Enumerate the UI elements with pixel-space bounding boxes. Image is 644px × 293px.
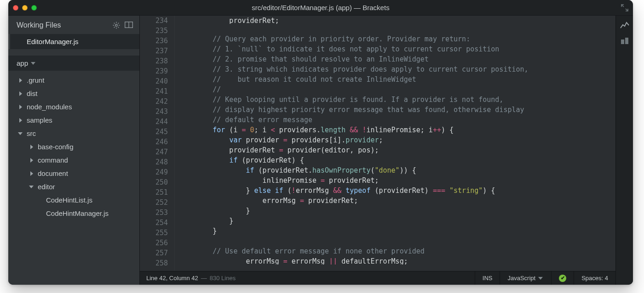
code-line[interactable]: // Use default error message if none oth… bbox=[179, 246, 615, 256]
line-number[interactable]: 255 bbox=[140, 228, 168, 238]
line-number[interactable]: 242 bbox=[140, 96, 168, 107]
line-number[interactable]: 239 bbox=[140, 66, 168, 76]
code-line[interactable]: // but reason it could not create Inline… bbox=[179, 74, 615, 85]
code-line[interactable]: } bbox=[179, 216, 615, 226]
tree-folder[interactable]: src bbox=[8, 127, 139, 140]
caret-down-icon bbox=[18, 132, 23, 135]
working-file-name: EditorManager.js bbox=[27, 38, 79, 45]
lint-status[interactable]: ✔ bbox=[551, 271, 574, 285]
line-number[interactable]: 257 bbox=[140, 248, 168, 258]
caret-down-icon bbox=[29, 186, 34, 188]
line-number[interactable]: 247 bbox=[140, 147, 168, 157]
caret-right-icon bbox=[30, 171, 33, 176]
svg-point-0 bbox=[115, 24, 117, 26]
code-line[interactable]: inlinePromise = providerRet; bbox=[179, 175, 615, 186]
code-line[interactable]: // 1. `null` to indicate it does not app… bbox=[179, 44, 615, 54]
project-dropdown[interactable]: app bbox=[8, 56, 139, 71]
code-line[interactable]: if (providerRet) { bbox=[179, 155, 615, 165]
code-line[interactable]: errorMsg = errorMsg || defaultErrorMsg; bbox=[179, 256, 615, 265]
line-number[interactable]: 237 bbox=[140, 46, 168, 56]
code-editor[interactable]: 2342352362372382392402412422432442452462… bbox=[140, 16, 615, 271]
line-number[interactable]: 249 bbox=[140, 167, 168, 177]
tree-folder[interactable]: editor bbox=[8, 180, 139, 193]
minimize-window-button[interactable] bbox=[22, 5, 28, 11]
code-line[interactable]: // default error message bbox=[179, 115, 615, 125]
line-number[interactable]: 253 bbox=[140, 208, 168, 218]
code-line[interactable]: // 3. string which indicates provider do… bbox=[179, 64, 615, 74]
caret-right-icon bbox=[30, 158, 33, 163]
insert-mode-toggle[interactable]: INS bbox=[475, 271, 500, 285]
line-number[interactable]: 245 bbox=[140, 127, 168, 137]
gear-icon[interactable] bbox=[113, 22, 120, 29]
code-line[interactable]: // Query each provider in priority order… bbox=[179, 34, 615, 44]
line-number[interactable]: 234 bbox=[140, 16, 168, 26]
tree-file[interactable]: CodeHintList.js bbox=[8, 193, 139, 207]
zoom-window-button[interactable] bbox=[31, 5, 37, 11]
caret-right-icon bbox=[19, 105, 22, 109]
caret-right-icon bbox=[19, 118, 22, 123]
total-lines: 830 Lines bbox=[210, 275, 236, 282]
tree-file[interactable]: CodeHintManager.js bbox=[8, 207, 139, 220]
right-toolbar bbox=[615, 16, 633, 285]
window-controls bbox=[13, 5, 37, 11]
indent-settings[interactable]: Spaces: 4 bbox=[574, 271, 615, 285]
close-window-button[interactable] bbox=[13, 5, 18, 11]
line-number[interactable]: 254 bbox=[140, 218, 168, 228]
svg-line-6 bbox=[118, 27, 119, 28]
line-number[interactable]: 251 bbox=[140, 187, 168, 197]
line-number[interactable]: 250 bbox=[140, 177, 168, 187]
project-name: app bbox=[17, 59, 28, 67]
code-line[interactable]: // display highest priority error messag… bbox=[179, 105, 615, 115]
code-line[interactable]: } bbox=[179, 206, 615, 216]
code-line[interactable]: } else if (!errorMsg && typeof (provider… bbox=[179, 186, 615, 196]
cursor-status[interactable]: Line 42, Column 42 — 830 Lines bbox=[140, 275, 475, 282]
split-view-icon[interactable] bbox=[125, 22, 133, 29]
file-tree: .grunt dist node_modules samples src bas… bbox=[8, 71, 139, 285]
code-content[interactable]: providerRet; // Query each provider in p… bbox=[175, 16, 615, 271]
expand-window-icon[interactable] bbox=[621, 4, 628, 11]
code-line[interactable]: // 2. promise that should resolve to an … bbox=[179, 54, 615, 64]
code-line[interactable]: providerRet = provider(editor, pos); bbox=[179, 145, 615, 155]
working-files-header[interactable]: Working Files bbox=[8, 17, 139, 34]
tree-folder[interactable]: samples bbox=[8, 113, 139, 127]
line-gutter[interactable]: 2342352362372382392402412422432442452462… bbox=[140, 16, 175, 271]
tree-folder[interactable]: command bbox=[8, 153, 139, 167]
line-number[interactable]: 240 bbox=[140, 76, 168, 86]
line-number[interactable]: 256 bbox=[140, 238, 168, 248]
app-window: src/editor/EditorManager.js (app) — Brac… bbox=[8, 0, 633, 285]
line-number[interactable]: 244 bbox=[140, 117, 168, 127]
svg-rect-12 bbox=[625, 38, 628, 44]
code-line[interactable] bbox=[179, 236, 615, 246]
live-preview-icon[interactable] bbox=[620, 21, 629, 29]
working-file-item[interactable]: EditorManager.js bbox=[8, 34, 139, 49]
svg-line-5 bbox=[114, 23, 115, 24]
line-number[interactable]: 238 bbox=[140, 56, 168, 66]
line-number[interactable]: 236 bbox=[140, 36, 168, 46]
code-line[interactable]: } bbox=[179, 226, 615, 236]
line-number[interactable]: 241 bbox=[140, 86, 168, 96]
line-number[interactable]: 258 bbox=[140, 258, 168, 268]
tree-folder[interactable]: document bbox=[8, 167, 139, 180]
tree-folder[interactable]: node_modules bbox=[8, 100, 139, 113]
line-number[interactable]: 246 bbox=[140, 137, 168, 147]
window-title: src/editor/EditorManager.js (app) — Brac… bbox=[8, 4, 633, 11]
code-line[interactable]: providerRet; bbox=[179, 16, 615, 24]
line-number[interactable]: 252 bbox=[140, 197, 168, 208]
code-line[interactable]: var provider = providers[i].provider; bbox=[179, 135, 615, 145]
code-line[interactable]: errorMsg = providerRet; bbox=[179, 196, 615, 206]
tree-folder[interactable]: dist bbox=[8, 87, 139, 100]
extension-manager-icon[interactable] bbox=[620, 37, 629, 45]
code-line[interactable]: // Keep looping until a provider is foun… bbox=[179, 95, 615, 105]
line-number[interactable]: 243 bbox=[140, 107, 168, 117]
cursor-position: Line 42, Column 42 bbox=[146, 275, 198, 282]
tree-folder[interactable]: .grunt bbox=[8, 73, 139, 87]
titlebar[interactable]: src/editor/EditorManager.js (app) — Brac… bbox=[8, 0, 633, 16]
code-line[interactable] bbox=[179, 24, 615, 34]
line-number[interactable]: 235 bbox=[140, 26, 168, 36]
line-number[interactable]: 248 bbox=[140, 157, 168, 167]
tree-folder[interactable]: base-config bbox=[8, 140, 139, 153]
language-mode-dropdown[interactable]: JavaScript bbox=[500, 271, 551, 285]
code-line[interactable]: // bbox=[179, 85, 615, 95]
code-line[interactable]: for (i = 0; i < providers.length && !inl… bbox=[179, 125, 615, 135]
code-line[interactable]: if (providerRet.hasOwnProperty("done")) … bbox=[179, 165, 615, 175]
